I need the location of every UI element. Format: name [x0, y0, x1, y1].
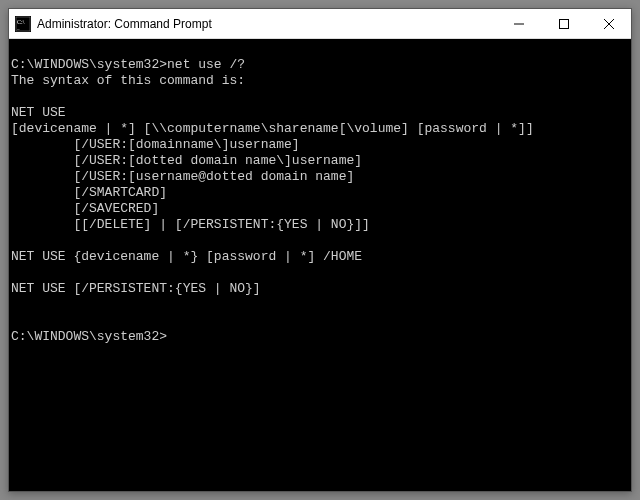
cmd-icon: C:\ _ — [15, 16, 31, 32]
terminal-line: [/USER:[domainname\]username] — [11, 137, 631, 153]
terminal-line: [/USER:[username@dotted domain name] — [11, 169, 631, 185]
terminal-line: [/SAVECRED] — [11, 201, 631, 217]
terminal-line — [11, 89, 631, 105]
terminal-area[interactable]: C:\WINDOWS\system32>net use /?The syntax… — [9, 39, 631, 491]
window-title: Administrator: Command Prompt — [37, 17, 496, 31]
terminal-line — [11, 313, 631, 329]
window-controls — [496, 9, 631, 38]
terminal-line: C:\WINDOWS\system32>net use /? — [11, 57, 631, 73]
command-prompt-window: C:\ _ Administrator: Command Prompt C:\W… — [8, 8, 632, 492]
titlebar[interactable]: C:\ _ Administrator: Command Prompt — [9, 9, 631, 39]
terminal-line: [/USER:[dotted domain name\]username] — [11, 153, 631, 169]
svg-text:_: _ — [16, 25, 20, 30]
terminal-line: NET USE {devicename | *} [password | *] … — [11, 249, 631, 265]
terminal-line — [11, 297, 631, 313]
terminal-line — [11, 265, 631, 281]
close-button[interactable] — [586, 9, 631, 38]
terminal-line: [[/DELETE] | [/PERSISTENT:{YES | NO}]] — [11, 217, 631, 233]
terminal-line: The syntax of this command is: — [11, 73, 631, 89]
terminal-line: [devicename | *] [\\computername\sharena… — [11, 121, 631, 137]
terminal-line — [11, 41, 631, 57]
terminal-line: C:\WINDOWS\system32> — [11, 329, 631, 345]
terminal-line — [11, 233, 631, 249]
maximize-button[interactable] — [541, 9, 586, 38]
terminal-line: [/SMARTCARD] — [11, 185, 631, 201]
terminal-line: NET USE — [11, 105, 631, 121]
minimize-button[interactable] — [496, 9, 541, 38]
svg-rect-5 — [559, 19, 568, 28]
terminal-line: NET USE [/PERSISTENT:{YES | NO}] — [11, 281, 631, 297]
